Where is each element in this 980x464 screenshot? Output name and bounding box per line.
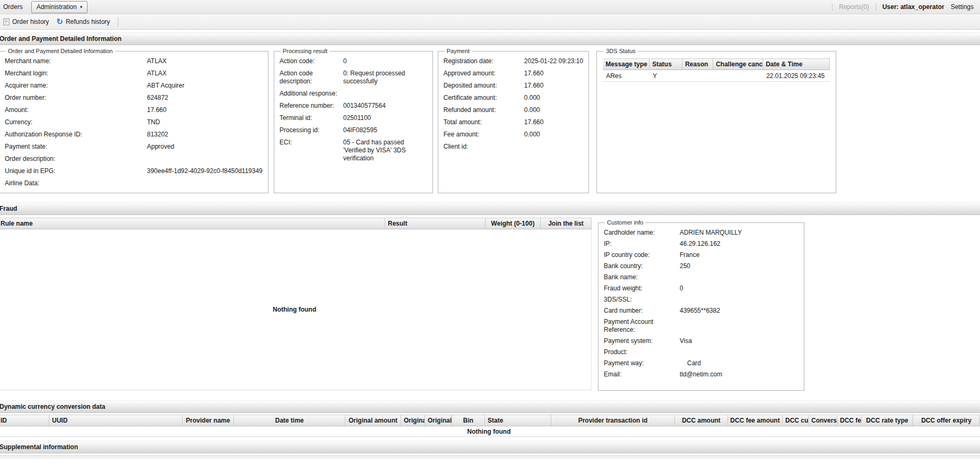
field-row: Registration date:2025-01-22 09:23:10 — [444, 57, 583, 65]
column-header[interactable]: Date time — [234, 415, 345, 426]
field-value — [524, 143, 583, 151]
field-row: Cardholder name:ADRIEN MARQUILLY — [604, 229, 799, 237]
field-row: Reference number:001340577564 — [280, 102, 427, 110]
field-label: Action code description: — [280, 70, 343, 85]
field-label: Authorization Response ID: — [5, 131, 147, 139]
settings-link[interactable]: Settings — [951, 3, 974, 11]
field-value: 17.660 — [524, 118, 583, 126]
processing-result-fieldset: Processing result Action code:0 Action c… — [274, 48, 433, 193]
field-row: Additional response: — [280, 90, 427, 98]
column-header[interactable]: Provider transaction id — [551, 415, 675, 426]
refresh-icon: ↻ — [56, 19, 63, 25]
field-label: Bank country: — [604, 262, 680, 270]
column-header[interactable]: ID — [0, 415, 49, 426]
field-label: Reference number: — [280, 102, 343, 110]
dcc-empty-message: Nothing found — [0, 426, 980, 437]
field-row: Fee amount:0.000 — [444, 131, 583, 139]
field-row: Processing id:04IF082595 — [280, 126, 427, 134]
field-label: Product: — [604, 348, 680, 356]
field-row: Payment Account Reference: — [604, 318, 799, 334]
field-value — [680, 296, 799, 304]
cell-message-type: ARes — [603, 72, 649, 80]
field-value — [680, 348, 799, 356]
detail-panels: Order and Payment Detailed Information M… — [0, 48, 980, 193]
field-row: Deposited amount:17.660 — [444, 82, 583, 90]
section-header-order-payment: Order and Payment Detailed Information — [0, 32, 980, 45]
field-row: Total amount:17.660 — [444, 118, 583, 126]
column-header[interactable]: Original amount — [345, 415, 401, 426]
field-row: Acquirer name:ABT Acquirer — [5, 82, 263, 90]
column-header[interactable]: Challenge cancel — [713, 59, 763, 70]
field-row: Bank country:250 — [604, 262, 799, 270]
fraud-empty-message: Nothing found — [0, 229, 592, 390]
field-label: Card number: — [604, 307, 680, 315]
field-label: Order description: — [5, 155, 147, 163]
field-label: Total amount: — [444, 118, 524, 126]
column-header[interactable]: Original f — [401, 415, 425, 426]
column-header[interactable]: DCC fee amount — [728, 415, 783, 426]
column-header[interactable]: Bin — [452, 415, 485, 426]
field-value — [343, 90, 427, 98]
field-value: ABT Acquirer — [147, 82, 263, 90]
column-header[interactable]: Weight (0-100) — [485, 218, 541, 229]
tab-orders[interactable]: Orders — [0, 3, 28, 11]
tab-administration[interactable]: Administration ▾ — [31, 1, 88, 13]
menubar-right: Reports(0) User: atlax_operator Settings — [832, 3, 980, 11]
column-header[interactable]: DCC curr — [783, 415, 809, 426]
order-history-button[interactable]: Order history — [0, 16, 53, 27]
column-header[interactable]: Rule name — [0, 218, 385, 229]
divider — [118, 17, 118, 27]
section-title: Dynamic currency conversion data — [0, 403, 105, 410]
field-label: Currency: — [5, 118, 147, 126]
threeds-row[interactable]: ARes Y 22.01.2025 09:23:45 — [603, 70, 830, 82]
cell-status: Y — [649, 72, 682, 80]
field-row: Payment way:Card — [604, 359, 799, 367]
column-header[interactable]: Conversi — [809, 415, 837, 426]
column-header[interactable]: Result — [385, 218, 485, 229]
field-value: 04IF082595 — [343, 126, 427, 134]
column-header[interactable]: DCC offer expiry — [913, 415, 980, 426]
column-header[interactable]: Original c — [425, 415, 452, 426]
field-label: Order number: — [5, 94, 147, 102]
field-value: 17.660 — [524, 70, 583, 78]
field-value: tld@netim.com — [680, 371, 799, 379]
dcc-grid-header: ID UUID Provider name Date time Original… — [0, 415, 980, 426]
field-value: Card — [680, 359, 799, 367]
column-header[interactable]: Date & Time — [763, 59, 830, 70]
reports-link[interactable]: Reports(0) — [839, 3, 869, 11]
field-value: 0.000 — [524, 106, 583, 114]
column-header[interactable]: Join the list — [541, 218, 592, 229]
field-label: Fee amount: — [444, 131, 524, 139]
field-value — [680, 273, 799, 281]
threeds-status-fieldset: 3DS Status Message type Status Reason Ch… — [596, 48, 836, 193]
column-header[interactable]: Reason — [682, 59, 713, 70]
divider — [875, 3, 876, 11]
column-header[interactable]: UUID — [49, 415, 183, 426]
field-label: Action code: — [280, 57, 343, 65]
field-value: 390ee4ff-1d92-4029-92c0-f8450d119349 — [147, 167, 263, 175]
divider — [832, 3, 832, 11]
column-header[interactable]: Provider name — [183, 415, 234, 426]
field-value: 813202 — [147, 131, 263, 139]
field-label: Email: — [604, 371, 680, 379]
administration-label: Administration — [37, 3, 77, 11]
column-header[interactable]: DCC fee — [837, 415, 862, 426]
field-label: Merchant name: — [5, 57, 147, 65]
supplemental-grid-header-partial — [0, 456, 980, 459]
refunds-history-button[interactable]: ↻ Refunds history — [53, 16, 114, 27]
column-header[interactable]: Message type — [603, 59, 649, 70]
field-value: 17.660 — [147, 106, 263, 114]
field-value: 0.000 — [524, 94, 583, 102]
field-value: ADRIEN MARQUILLY — [680, 229, 799, 237]
column-header[interactable]: DCC amount — [675, 415, 728, 426]
customer-info-legend: Customer info — [605, 219, 645, 226]
column-header[interactable]: Status — [649, 59, 682, 70]
column-header[interactable]: DCC rate type — [862, 415, 913, 426]
field-label: IP country code: — [604, 251, 680, 259]
field-label: Payment state: — [5, 143, 147, 151]
toolbar: Order history ↻ Refunds history — [0, 14, 980, 30]
field-row: Email:tld@netim.com — [604, 371, 799, 379]
processing-result-legend: Processing result — [281, 48, 329, 54]
field-label: Refunded amount: — [444, 106, 524, 114]
column-header[interactable]: State — [485, 415, 551, 426]
